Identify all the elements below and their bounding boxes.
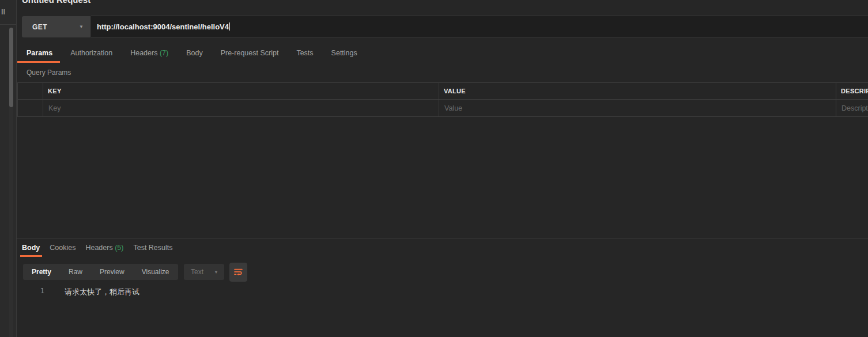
key-column-header: KEY bbox=[43, 83, 439, 99]
headers-count-badge: (7) bbox=[160, 49, 168, 57]
response-tab-cookies[interactable]: Cookies bbox=[50, 244, 76, 252]
value-column-header: VALUE bbox=[439, 83, 836, 99]
tab-params[interactable]: Params bbox=[27, 49, 52, 57]
tab-settings[interactable]: Settings bbox=[331, 49, 357, 57]
tab-authorization[interactable]: Authorization bbox=[70, 49, 112, 57]
response-tab-body[interactable]: Body bbox=[22, 244, 40, 252]
tab-headers[interactable]: Headers (7) bbox=[130, 49, 168, 57]
format-dropdown[interactable]: Text ▼ bbox=[184, 264, 224, 280]
view-visualize-button[interactable]: Visualize bbox=[133, 264, 178, 280]
response-tabs: Body Cookies Headers (5) Test Results bbox=[22, 244, 173, 252]
response-headers-count-badge: (5) bbox=[115, 244, 123, 252]
tab-body[interactable]: Body bbox=[186, 49, 203, 57]
format-dropdown-value: Text bbox=[191, 268, 203, 276]
wrap-lines-button[interactable] bbox=[229, 263, 247, 282]
tab-pre-request-script[interactable]: Pre-request Script bbox=[221, 49, 279, 57]
chevron-down-icon: ▼ bbox=[214, 270, 218, 275]
response-body-text: 请求太快了，稍后再试 bbox=[65, 287, 139, 297]
response-body-line: 1 请求太快了，稍后再试 bbox=[0, 287, 868, 297]
active-tab-underline bbox=[17, 61, 60, 63]
row-handle-column bbox=[18, 83, 43, 99]
row-handle-cell bbox=[18, 100, 43, 116]
response-section-divider bbox=[17, 238, 868, 238]
query-params-table: KEY VALUE DESCRIPTION bbox=[17, 82, 868, 117]
url-text: http://localhost:9004/sentinel/helloV4 bbox=[97, 22, 229, 31]
line-number: 1 bbox=[36, 287, 44, 295]
key-cell bbox=[43, 100, 439, 116]
chevron-down-icon: ▼ bbox=[79, 24, 84, 29]
response-tab-test-results[interactable]: Test Results bbox=[133, 244, 172, 252]
scrollbar-thumb[interactable] bbox=[9, 28, 13, 107]
request-tabs: Params Authorization Headers (7) Body Pr… bbox=[27, 49, 357, 57]
description-cell bbox=[836, 100, 868, 116]
table-row bbox=[18, 100, 868, 117]
description-column-header: DESCRIPTION bbox=[836, 83, 868, 99]
view-preview-button[interactable]: Preview bbox=[91, 264, 133, 280]
query-params-label: Query Params bbox=[27, 69, 71, 77]
tab-tests[interactable]: Tests bbox=[296, 49, 313, 57]
response-tab-headers[interactable]: Headers (5) bbox=[85, 244, 123, 252]
table-header-row: KEY VALUE DESCRIPTION bbox=[18, 82, 868, 100]
wrap-lines-icon bbox=[233, 267, 243, 277]
view-raw-button[interactable]: Raw bbox=[60, 264, 91, 280]
value-input[interactable] bbox=[439, 100, 836, 116]
key-input[interactable] bbox=[43, 100, 439, 116]
response-view-switcher: Pretty Raw Preview Visualize bbox=[23, 264, 178, 280]
description-input[interactable] bbox=[836, 100, 868, 116]
response-active-tab-underline bbox=[20, 255, 42, 257]
request-title: Untitled Request bbox=[22, 0, 90, 5]
method-dropdown[interactable]: GET ▼ bbox=[22, 16, 90, 37]
url-input[interactable]: http://localhost:9004/sentinel/helloV4 bbox=[91, 16, 868, 37]
sidebar-divider bbox=[0, 24, 16, 25]
text-caret bbox=[229, 22, 230, 31]
method-label: GET bbox=[32, 23, 47, 31]
value-cell bbox=[439, 100, 836, 116]
sidebar-clipped-label: ll bbox=[1, 7, 5, 16]
view-pretty-button[interactable]: Pretty bbox=[23, 264, 60, 280]
